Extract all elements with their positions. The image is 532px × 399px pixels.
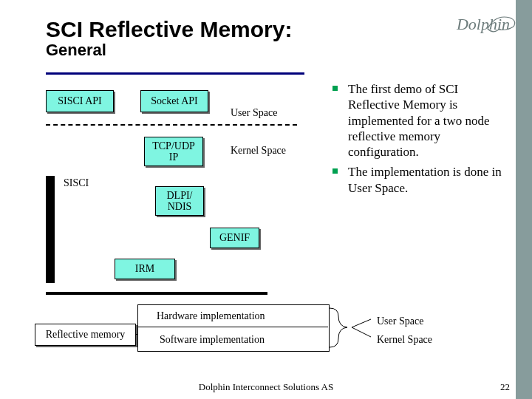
bullet-item: The first demo of SCI Reflective Memory … — [332, 81, 510, 160]
label-user-space-2: User Space — [377, 316, 423, 327]
box-genif: GENIF — [210, 228, 259, 248]
label-sisci-api: SISCI API — [58, 95, 102, 106]
label-irm: IRM — [135, 263, 154, 274]
title-underline — [46, 72, 304, 75]
label-reflective-memory: Reflective memory — [46, 329, 126, 340]
label-sw-impl: Software implementation — [160, 334, 265, 346]
dolphin-logo: Dolphin — [421, 15, 510, 44]
label-kernel-space-2: Kernel Space — [377, 334, 432, 346]
connector-line — [135, 334, 138, 335]
label-dlpi-ndis: DLPI/ NDIS — [167, 190, 193, 213]
bullet-list: The first demo of SCI Reflective Memory … — [332, 81, 510, 200]
slide-title: SCI Reflective Memory: General — [46, 18, 292, 58]
label-genif: GENIF — [219, 232, 250, 243]
label-sisci: SISCI — [64, 177, 89, 189]
bullet-icon — [332, 168, 338, 174]
box-sisci-api: SISCI API — [46, 90, 114, 112]
box-dlpi-ndis: DLPI/ NDIS — [155, 186, 204, 216]
label-kernel-space: Kernel Space — [231, 145, 286, 157]
bottom-rule — [46, 292, 267, 295]
label-socket-api: Socket API — [151, 95, 197, 106]
box-irm: IRM — [115, 259, 175, 279]
vertical-bar-sisci — [46, 176, 55, 283]
bullet-text: The implementation is done in User Space… — [348, 164, 510, 196]
hw-sw-divider — [137, 327, 328, 327]
right-sidebar-stripe — [516, 0, 532, 399]
brace-icon — [328, 303, 380, 355]
box-reflective-memory: Reflective memory — [35, 324, 136, 346]
bullet-icon — [332, 86, 338, 91]
box-tcp-udp-ip: TCP/UDP IP — [144, 137, 203, 166]
bullet-item: The implementation is done in User Space… — [332, 164, 510, 196]
bullet-text: The first demo of SCI Reflective Memory … — [348, 81, 510, 160]
footer-text: Dolphin Interconnect Solutions AS — [0, 381, 532, 393]
label-hw-impl: Hardware implementation — [157, 310, 265, 322]
box-socket-api: Socket API — [140, 90, 208, 112]
label-tcp-udp-ip: TCP/UDP IP — [152, 140, 195, 163]
title-main: SCI Reflective Memory: — [46, 18, 292, 41]
title-sub: General — [46, 41, 292, 58]
page-number: 22 — [500, 381, 510, 393]
label-user-space: User Space — [231, 107, 277, 119]
user-kernel-divider — [46, 124, 297, 126]
